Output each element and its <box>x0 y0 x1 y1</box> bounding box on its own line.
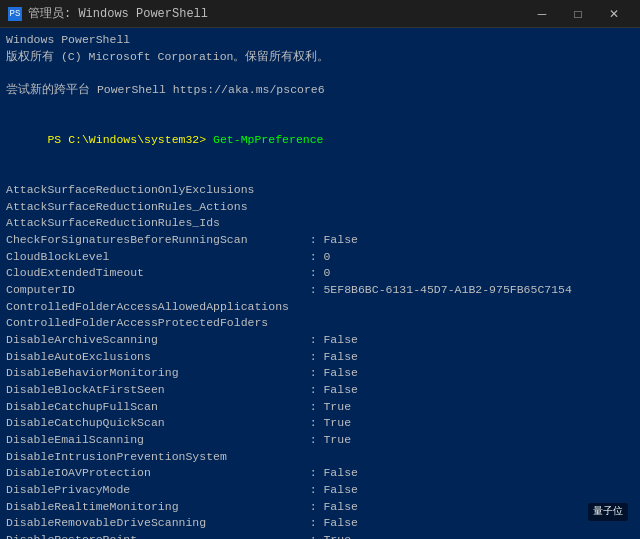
terminal-line-15: DisableCatchupQuickScan : True <box>6 415 634 432</box>
title-bar-left: PS 管理员: Windows PowerShell <box>8 5 208 22</box>
terminal-line-19: DisablePrivacyMode : False <box>6 482 634 499</box>
terminal-line-9: ControlledFolderAccessProtectedFolders <box>6 315 634 332</box>
close-button[interactable]: ✕ <box>596 0 632 28</box>
terminal-line-1: AttackSurfaceReductionOnlyExclusions <box>6 182 634 199</box>
terminal-line-6: CloudExtendedTimeout : 0 <box>6 265 634 282</box>
terminal-line-5: CloudBlockLevel : 0 <box>6 249 634 266</box>
terminal-line-16: DisableEmailScanning : True <box>6 432 634 449</box>
terminal-line-13: DisableBlockAtFirstSeen : False <box>6 382 634 399</box>
window-controls: ─ □ ✕ <box>524 0 632 28</box>
title-bar: PS 管理员: Windows PowerShell ─ □ ✕ <box>0 0 640 28</box>
terminal-line-18: DisableIOAVProtection : False <box>6 465 634 482</box>
header-line-3 <box>6 65 634 82</box>
terminal-line-14: DisableCatchupFullScan : True <box>6 399 634 416</box>
terminal-line-2: AttackSurfaceReductionRules_Actions <box>6 199 634 216</box>
terminal-line-22: DisableRestorePoint : True <box>6 532 634 539</box>
header-line-5 <box>6 99 634 116</box>
header-line-1: Windows PowerShell <box>6 32 634 49</box>
terminal-line-3: AttackSurfaceReductionRules_Ids <box>6 215 634 232</box>
terminal-line-17: DisableIntrusionPreventionSystem <box>6 449 634 466</box>
header-line-2: 版权所有 (C) Microsoft Corporation。保留所有权利。 <box>6 49 634 66</box>
terminal-line-0 <box>6 165 634 182</box>
maximize-button[interactable]: □ <box>560 0 596 28</box>
terminal-area: Windows PowerShell 版权所有 (C) Microsoft Co… <box>0 28 640 539</box>
terminal-line-11: DisableAutoExclusions : False <box>6 349 634 366</box>
watermark: 量子位 <box>588 503 628 522</box>
terminal-line-4: CheckForSignaturesBeforeRunningScan : Fa… <box>6 232 634 249</box>
command-text: Get-MpPreference <box>213 133 323 146</box>
prompt-text: PS C:\Windows\system32> <box>47 133 213 146</box>
terminal-line-8: ControlledFolderAccessAllowedApplication… <box>6 299 634 316</box>
terminal-line-7: ComputerID : 5EF8B6BC-6131-45D7-A1B2-975… <box>6 282 634 299</box>
minimize-button[interactable]: ─ <box>524 0 560 28</box>
window-title: 管理员: Windows PowerShell <box>28 5 208 22</box>
output-area: AttackSurfaceReductionOnlyExclusions Att… <box>6 165 634 539</box>
terminal-line-10: DisableArchiveScanning : False <box>6 332 634 349</box>
terminal-content: Windows PowerShell 版权所有 (C) Microsoft Co… <box>6 32 634 539</box>
terminal-line-20: DisableRealtimeMonitoring : False <box>6 499 634 516</box>
powershell-icon: PS <box>8 7 22 21</box>
prompt-line: PS C:\Windows\system32> Get-MpPreference <box>6 115 634 165</box>
terminal-line-21: DisableRemovableDriveScanning : False <box>6 515 634 532</box>
terminal-line-12: DisableBehaviorMonitoring : False <box>6 365 634 382</box>
header-line-4: 尝试新的跨平台 PowerShell https://aka.ms/pscore… <box>6 82 634 99</box>
